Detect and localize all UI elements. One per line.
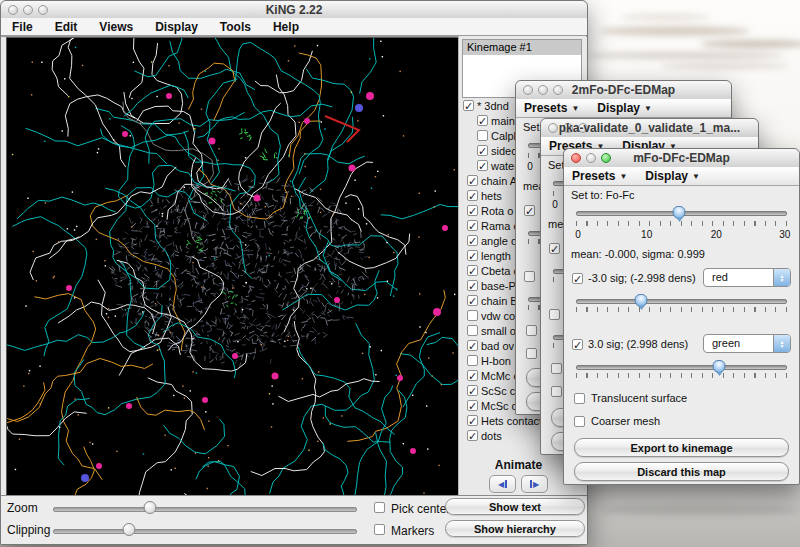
checkbox[interactable]: ✓: [467, 220, 478, 231]
clipping-slider-label: Clipping: [7, 523, 50, 537]
tree-row-label: water: [491, 160, 518, 172]
pos-sigma-slider[interactable]: [576, 360, 787, 374]
wallpaper-streak: [585, 52, 785, 59]
menu-help[interactable]: Help: [262, 20, 310, 34]
checkbox[interactable]: [477, 130, 488, 141]
neg-sigma-checkbox[interactable]: ✓: [524, 205, 535, 216]
presets-menu[interactable]: Presets▼: [572, 169, 627, 183]
wallpaper-streak: [600, 26, 750, 36]
clipping-slider-thumb[interactable]: [123, 523, 136, 536]
menu-views[interactable]: Views: [88, 20, 144, 34]
level-slider-thumb[interactable]: [673, 206, 686, 219]
translucent-label: Translucent surface: [591, 392, 687, 404]
window-title: KiNG 2.22: [1, 3, 587, 17]
checkbox[interactable]: ✓: [467, 370, 478, 381]
bottom-control-bar: Zoom Pick center Show text Clipping Mark…: [1, 495, 587, 544]
display-menu[interactable]: Display▼: [645, 169, 700, 183]
chevron-down-icon: ▼: [644, 104, 652, 113]
window-title: 2mFo-DFc-EDMap: [516, 83, 731, 97]
discard-button[interactable]: Discard this map: [574, 462, 789, 481]
checkbox[interactable]: ✓: [467, 175, 478, 186]
stepper-icon: ▲▼: [773, 269, 790, 286]
pos-sigma-checkbox[interactable]: [524, 271, 535, 282]
zoom-slider-thumb[interactable]: [144, 501, 157, 514]
mean-sigma-label: mean: -0.000, sigma: 0.999: [571, 248, 705, 260]
tree-row-label: McMc c: [481, 370, 519, 382]
checkbox[interactable]: ✓: [467, 385, 478, 396]
zoom-slider[interactable]: [53, 498, 357, 518]
checkbox[interactable]: ✓: [467, 265, 478, 276]
titlebar[interactable]: mFo-DFc-EDMap: [564, 149, 799, 168]
show-text-button[interactable]: Show text: [445, 498, 585, 515]
zoom-slider-label: Zoom: [7, 501, 38, 515]
menu-edit[interactable]: Edit: [44, 20, 89, 34]
clipping-slider[interactable]: [53, 520, 357, 540]
neg-sigma-label: -3.0 sig; (-2.998 dens): [588, 272, 696, 284]
display-menu[interactable]: Display▼: [597, 101, 652, 115]
menu-display[interactable]: Display: [144, 20, 209, 34]
coarser-mesh-checkbox[interactable]: [551, 386, 562, 397]
checkbox[interactable]: ✓: [477, 115, 488, 126]
pos-color-dropdown[interactable]: green▲▼: [703, 334, 791, 353]
checkbox[interactable]: ✓: [467, 430, 478, 441]
checkbox[interactable]: ✓: [467, 415, 478, 426]
checkbox[interactable]: ✓: [467, 295, 478, 306]
pos-sigma-checkbox[interactable]: [549, 309, 560, 320]
tree-row-label: angle o: [481, 235, 517, 247]
translucent-checkbox[interactable]: [574, 393, 585, 404]
tree-row-label: Hets contacts: [481, 415, 548, 427]
molecule-viewport[interactable]: [6, 37, 459, 496]
window-mfo-dfc-edmap[interactable]: mFo-DFc-EDMap Presets▼ Display▼ Set to: …: [563, 148, 800, 485]
tree-row-label: hets: [481, 190, 502, 202]
checkbox[interactable]: ✓: [467, 280, 478, 291]
pos-sigma-label: 3.0 sig; (2.998 dens): [588, 338, 688, 350]
checkbox[interactable]: ✓: [477, 145, 488, 156]
menu-tools[interactable]: Tools: [209, 20, 262, 34]
neg-sigma-slider-thumb[interactable]: [635, 294, 648, 307]
coarser-mesh-checkbox[interactable]: [574, 416, 585, 427]
titlebar[interactable]: pka-validate_0_validate_1_ma...: [541, 119, 758, 138]
checkbox[interactable]: ✓: [467, 340, 478, 351]
tree-row-label: chain B: [481, 295, 518, 307]
translucent-checkbox[interactable]: [526, 325, 537, 336]
window-king[interactable]: KiNG 2.22 File Edit Views Display Tools …: [0, 0, 588, 545]
pos-sigma-slider-thumb[interactable]: [713, 360, 726, 373]
checkbox[interactable]: ✓: [477, 160, 488, 171]
neg-sigma-slider[interactable]: [576, 294, 787, 308]
list-item[interactable]: Kinemage #1: [463, 40, 581, 55]
checkbox[interactable]: [467, 310, 478, 321]
pos-sigma-checkbox[interactable]: ✓: [572, 339, 583, 350]
presets-menu[interactable]: Presets▼: [524, 101, 579, 115]
neg-sigma-checkbox[interactable]: ✓: [572, 273, 583, 284]
wallpaper-streak: [700, 40, 800, 48]
checkbox[interactable]: [467, 325, 478, 336]
markers-checkbox[interactable]: [374, 524, 385, 535]
tree-row-label: dots: [481, 430, 502, 442]
checkbox[interactable]: ✓: [467, 250, 478, 261]
coarser-mesh-label: Coarser mesh: [591, 415, 660, 427]
animate-step-forward-button[interactable]: ▶: [521, 475, 548, 493]
slider-tick-labels: 0102030: [576, 229, 787, 240]
export-button[interactable]: Export to kinemage: [574, 438, 789, 457]
chevron-down-icon: ▼: [692, 172, 700, 181]
level-slider[interactable]: [576, 206, 787, 220]
animate-step-back-button[interactable]: ◀: [489, 475, 516, 493]
neg-sigma-checkbox[interactable]: ✓: [549, 243, 560, 254]
menu-file[interactable]: File: [1, 20, 44, 34]
chevron-down-icon: ▼: [619, 172, 627, 181]
checkbox[interactable]: ✓: [467, 205, 478, 216]
checkbox[interactable]: ✓: [463, 100, 474, 111]
titlebar[interactable]: 2mFo-DFc-EDMap: [516, 81, 731, 100]
tree-row-label: length: [481, 250, 511, 262]
coarser-mesh-checkbox[interactable]: [526, 348, 537, 359]
show-hierarchy-button[interactable]: Show hierarchy: [445, 520, 585, 537]
checkbox[interactable]: ✓: [467, 190, 478, 201]
pick-center-checkbox[interactable]: [374, 502, 385, 513]
checkbox[interactable]: ✓: [467, 235, 478, 246]
checkbox[interactable]: ✓: [467, 400, 478, 411]
neg-color-dropdown[interactable]: red▲▼: [703, 268, 791, 287]
window-title: mFo-DFc-EDMap: [564, 151, 799, 165]
checkbox[interactable]: [467, 355, 478, 366]
tree-row-label: bad ov: [481, 340, 514, 352]
translucent-checkbox[interactable]: [551, 363, 562, 374]
